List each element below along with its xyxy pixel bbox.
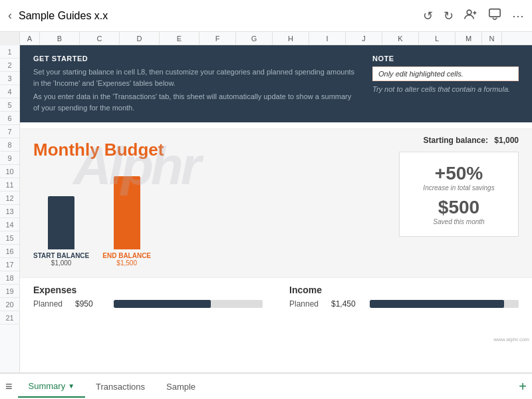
end-bar-value: $1,500 <box>116 259 137 267</box>
expenses-planned-label: Planned <box>33 299 70 309</box>
spacer-row7 <box>20 122 532 129</box>
row-10: 10 <box>0 165 19 178</box>
col-I[interactable]: I <box>309 32 346 45</box>
navy-bar <box>48 196 74 249</box>
row-21: 21 <box>0 311 19 325</box>
row-8: 8 <box>0 138 19 152</box>
income-planned-row: Planned $1,450 <box>289 299 519 309</box>
expenses-section: Expenses Planned $950 <box>33 285 263 309</box>
note-title: NOTE <box>372 55 519 63</box>
col-H[interactable]: H <box>273 32 309 45</box>
row-12: 12 <box>0 192 19 205</box>
expenses-title: Expenses <box>33 285 263 295</box>
row-9: 9 <box>0 152 19 165</box>
income-planned-label: Planned <box>289 299 326 309</box>
note-box: NOTE Only edit highlighted cells. Try no… <box>372 55 519 113</box>
income-section: Income Planned $1,450 <box>289 285 519 309</box>
expenses-planned-row: Planned $950 <box>33 299 263 309</box>
col-F[interactable]: F <box>200 32 236 45</box>
get-started-p1: Set your starting balance in cell L8, th… <box>33 66 359 88</box>
expenses-bar-fill <box>114 300 211 308</box>
starting-label: Starting balance: <box>424 136 488 145</box>
svg-point-0 <box>467 10 471 15</box>
topbar-left: ‹ Sample Guides x.x <box>8 9 108 23</box>
topbar-right: ↺ ↻ ⋯ <box>423 8 524 23</box>
col-N[interactable]: N <box>482 32 502 45</box>
expenses-income: Expenses Planned $950 Income Planned $1,… <box>20 277 532 315</box>
hamburger-icon[interactable]: ≡ <box>5 380 13 394</box>
summary-tab-label: Summary <box>29 381 66 391</box>
row-13: 13 <box>0 205 19 218</box>
col-K[interactable]: K <box>382 32 419 45</box>
undo-icon[interactable]: ↺ <box>423 9 433 23</box>
sample-tab-label: Sample <box>166 382 196 392</box>
start-bar-label: START BALANCE <box>33 252 89 259</box>
expenses-bar-bg <box>114 300 263 308</box>
row-16: 16 <box>0 245 19 258</box>
note-highlight[interactable]: Only edit highlighted cells. <box>372 66 519 81</box>
logo-watermark: www.alphr.com <box>493 336 529 342</box>
starting-balance: Starting balance: $1,000 <box>420 136 519 145</box>
col-A[interactable]: A <box>20 32 40 45</box>
tabs-bar: ≡ Summary ▼ Transactions Sample + <box>0 372 532 399</box>
get-started-title: GET STARTED <box>33 55 359 63</box>
budget-section: Alphr Monthly Budget START BALANCE $1,00… <box>20 129 532 277</box>
topbar: ‹ Sample Guides x.x ↺ ↻ ⋯ <box>0 0 532 32</box>
add-sheet-button[interactable]: + <box>519 379 527 394</box>
pct-value: +50% <box>413 163 505 184</box>
start-bar-value: $1,000 <box>51 259 72 267</box>
orange-bar <box>114 176 140 249</box>
info-section: GET STARTED Set your starting balance in… <box>20 45 532 122</box>
row-1: 1 <box>0 45 19 59</box>
row-11: 11 <box>0 178 19 192</box>
col-L[interactable]: L <box>419 32 456 45</box>
tab-summary[interactable]: Summary ▼ <box>18 376 86 398</box>
more-icon[interactable]: ⋯ <box>512 9 524 23</box>
col-M[interactable]: M <box>456 32 482 45</box>
stat-box: +50% Increase in total savings $500 Save… <box>399 152 519 237</box>
col-G[interactable]: G <box>236 32 273 45</box>
expenses-planned-value: $950 <box>75 299 108 309</box>
row-6: 6 <box>0 112 19 125</box>
savings-subtitle: Saved this month <box>413 218 505 225</box>
redo-icon[interactable]: ↻ <box>444 9 454 23</box>
row-19: 19 <box>0 285 19 298</box>
row-4: 4 <box>0 85 19 98</box>
row-20: 20 <box>0 298 19 311</box>
tab-transactions[interactable]: Transactions <box>85 376 156 397</box>
row-num-spacer <box>0 32 20 45</box>
back-icon[interactable]: ‹ <box>8 9 12 23</box>
svg-rect-3 <box>489 9 500 17</box>
sheet-content[interactable]: GET STARTED Set your starting balance in… <box>20 45 532 372</box>
income-planned-value: $1,450 <box>331 299 364 309</box>
sheet-area: 1 2 3 4 5 6 7 8 9 10 11 12 13 14 15 16 1… <box>0 45 532 372</box>
end-bar-label: END BALANCE <box>102 252 151 259</box>
income-title: Income <box>289 285 519 295</box>
col-B[interactable]: B <box>40 32 80 45</box>
stats-area: Starting balance: $1,000 +50% Increase i… <box>399 136 519 237</box>
row-15: 15 <box>0 231 19 245</box>
row-5: 5 <box>0 98 19 112</box>
row-3: 3 <box>0 72 19 85</box>
get-started-p2: As you enter data in the 'Transactions' … <box>33 91 359 113</box>
row-2: 2 <box>0 59 19 72</box>
starting-value: $1,000 <box>494 136 519 145</box>
row-7: 7 <box>0 125 19 138</box>
end-balance-bar: END BALANCE $1,500 <box>102 176 151 267</box>
summary-dropdown-icon[interactable]: ▼ <box>68 382 74 390</box>
comment-icon[interactable] <box>488 8 501 23</box>
transactions-tab-label: Transactions <box>96 382 145 392</box>
pct-subtitle: Increase in total savings <box>413 184 505 192</box>
add-person-icon[interactable] <box>464 8 477 23</box>
income-bar-fill <box>370 300 504 308</box>
note-sub: Try not to alter cells that contain a fo… <box>372 85 519 93</box>
col-J[interactable]: J <box>346 32 382 45</box>
column-header: A B C D E F G H I J K L M N <box>0 32 532 45</box>
col-E[interactable]: E <box>160 32 200 45</box>
tab-sample[interactable]: Sample <box>156 376 206 397</box>
get-started-box: GET STARTED Set your starting balance in… <box>33 55 359 113</box>
col-C[interactable]: C <box>80 32 120 45</box>
col-D[interactable]: D <box>120 32 160 45</box>
savings-value: $500 <box>413 197 505 218</box>
row-18: 18 <box>0 271 19 285</box>
